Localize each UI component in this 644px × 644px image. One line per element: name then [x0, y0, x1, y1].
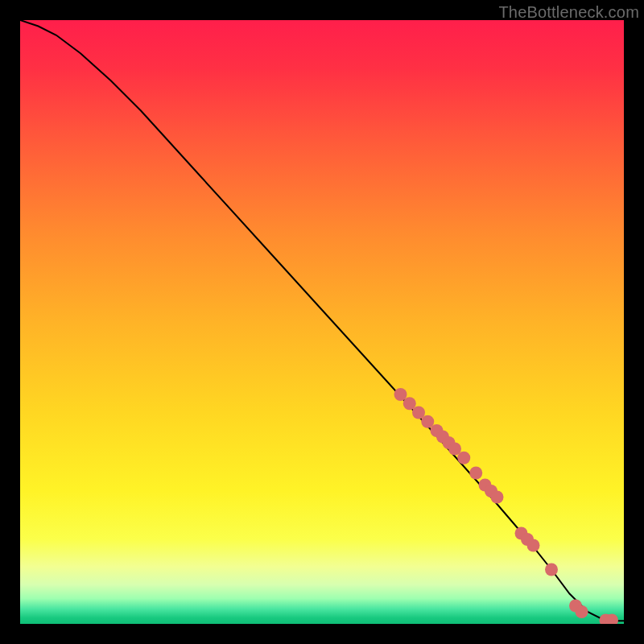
data-marker: [527, 539, 540, 552]
data-marker: [491, 491, 504, 504]
plot-area: [20, 20, 624, 624]
watermark-text: TheBottleneck.com: [498, 3, 639, 22]
data-marker: [469, 467, 482, 480]
gradient-background: [20, 20, 624, 624]
chart-svg: [20, 20, 624, 624]
data-marker: [545, 564, 558, 576]
data-marker: [457, 452, 470, 464]
chart-frame: TheBottleneck.com: [0, 0, 644, 644]
data-marker: [576, 605, 588, 618]
